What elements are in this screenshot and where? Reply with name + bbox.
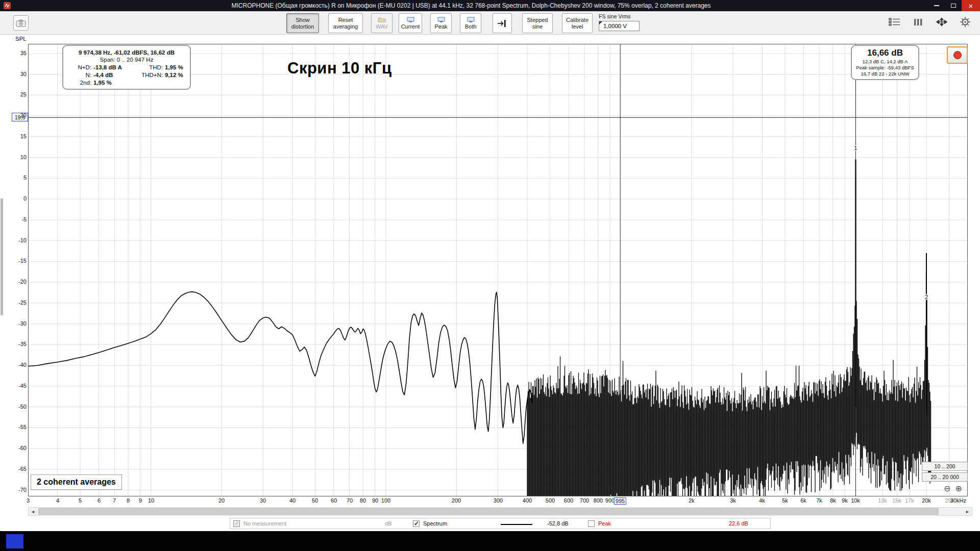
scroll-left-icon[interactable]: ◄ xyxy=(29,508,37,515)
cursor-freq-readout[interactable]: 995 xyxy=(614,497,626,505)
reset-averaging-button[interactable]: Reset averaging xyxy=(328,13,363,33)
minimize-button[interactable] xyxy=(928,0,945,11)
title-bar[interactable]: MICROPHONE (Общая громкость) R on Микроф… xyxy=(0,0,980,11)
show-distortion-label: Show distortion xyxy=(288,17,317,30)
span-readout-line: Span: 0 .. 20 947 Hz xyxy=(68,57,185,63)
peak-label: Peak xyxy=(598,520,611,527)
bars-view-button[interactable] xyxy=(911,15,926,29)
fs-sine-label: FS sine Vrms xyxy=(599,13,640,19)
chart-title: Скрин 10 кГц xyxy=(287,59,391,78)
x-tick-label: 3k xyxy=(730,497,736,504)
thd-label: THD: xyxy=(136,64,163,70)
y-tick-label: -50 xyxy=(8,404,27,410)
spectrum-checkbox[interactable] xyxy=(413,520,420,527)
x-tick-label: 50 xyxy=(312,497,318,504)
x-tick-label: 10 xyxy=(148,497,154,504)
x-tick-label: 500 xyxy=(546,497,555,504)
y-tick-label: -55 xyxy=(8,424,27,430)
snapshot-button[interactable] xyxy=(13,15,29,31)
display-icon xyxy=(437,17,445,22)
y-tick-label: -5 xyxy=(8,216,27,222)
stepped-sine-button[interactable]: Stepped sine xyxy=(522,13,553,33)
x-tick-label: 90 xyxy=(372,497,378,504)
x-tick-label: 7 xyxy=(113,497,116,504)
show-distortion-button[interactable]: Show distortion xyxy=(286,13,319,33)
y-tick-label: -10 xyxy=(8,237,27,243)
wav-button: WAV xyxy=(371,13,393,33)
taskbar xyxy=(0,531,980,551)
x-tick-label: 9 xyxy=(139,497,142,504)
peak-checkbox[interactable] xyxy=(588,520,595,527)
y-tick-label: -70 xyxy=(8,487,27,493)
x-tick-label: 60 xyxy=(331,497,337,504)
stepped-sine-label: Stepped sine xyxy=(524,17,551,30)
cursor-readout-line: 9 974,38 Hz, -61,02 dBFS, 16,62 dB xyxy=(68,49,185,56)
peak-button[interactable]: Peak xyxy=(430,13,452,33)
settings-button[interactable] xyxy=(958,15,973,29)
current-button[interactable]: Current xyxy=(399,13,422,33)
vertical-scrollbar-thumb[interactable] xyxy=(1,198,3,315)
horizontal-scrollbar[interactable]: ◄ ► xyxy=(28,507,972,516)
y-tick-label: 10 xyxy=(8,154,27,160)
fs-sine-input[interactable]: 1,0000 V xyxy=(599,21,640,31)
range-button-10-200[interactable]: 10 .. 200 xyxy=(922,462,968,471)
x-tick-label: 7k xyxy=(816,497,822,504)
n-value: -4,4 dB xyxy=(93,72,136,78)
x-tick-label: 100 xyxy=(381,497,390,504)
averages-overlay: 2 coherent averages xyxy=(31,474,122,490)
bars-icon xyxy=(913,17,923,27)
gear-icon xyxy=(960,17,970,27)
no-measurement-checkbox[interactable] xyxy=(233,520,240,527)
level-weighted-value: 12,3 dB C, 14,2 dB A xyxy=(853,59,917,64)
y-tick-label: 35 xyxy=(8,50,27,56)
x-tick-label: 800 xyxy=(594,497,603,504)
x-tick-label: 20k xyxy=(922,497,931,504)
x-zoom-out-icon[interactable]: ⊖ xyxy=(944,484,950,493)
cursor-level-readout[interactable]: 19,6 xyxy=(12,113,28,121)
thdn-value: 9,12 % xyxy=(165,72,185,78)
x-zoom-in-icon[interactable]: ⊕ xyxy=(955,484,962,493)
level-peak-sample: Peak sample: -59,43 dBFS xyxy=(853,65,917,70)
x-tick-label: 8k xyxy=(830,497,836,504)
n-label: N: xyxy=(68,72,91,78)
x-tick-label: 13k xyxy=(878,497,887,504)
loop-button[interactable] xyxy=(493,13,512,33)
y-tick-label: -45 xyxy=(8,383,27,389)
y-tick-label: -35 xyxy=(8,341,27,347)
range-button-20-20000[interactable]: 20 .. 20 000 xyxy=(922,472,968,482)
scroll-right-icon[interactable]: ► xyxy=(963,508,972,515)
peak-value: 22,6 dB xyxy=(729,520,748,527)
folder-icon xyxy=(378,17,386,22)
x-tick-label: 900 xyxy=(605,497,615,504)
spectrum-value: -52,8 dB xyxy=(547,520,569,527)
minimize-icon xyxy=(934,5,939,6)
thd-value: 1,95 % xyxy=(165,64,185,70)
thdn-label: THD+N: xyxy=(136,72,163,78)
maximize-button[interactable] xyxy=(945,0,962,11)
both-label: Both xyxy=(465,23,477,30)
x-tick-label: 400 xyxy=(523,497,532,504)
x-tick-label: 30kHz xyxy=(950,497,966,504)
scrollbar-thumb[interactable] xyxy=(38,508,939,515)
current-label: Current xyxy=(401,23,420,30)
app-icon xyxy=(4,2,11,9)
x-tick-label: 8 xyxy=(127,497,130,504)
pan-zoom-button[interactable] xyxy=(934,15,949,29)
both-button[interactable]: Both xyxy=(460,13,481,33)
close-button[interactable]: × xyxy=(962,0,980,11)
db-unit-label: dB xyxy=(385,520,391,527)
pan-arrows-icon xyxy=(935,17,949,27)
spectrum-plot[interactable]: 12 xyxy=(28,44,968,496)
x-tick-label: 25k xyxy=(945,497,954,504)
field-corner-marker xyxy=(599,21,602,24)
record-button[interactable] xyxy=(947,46,968,64)
x-tick-label: 6k xyxy=(800,497,806,504)
level-main-value: 16,66 dB xyxy=(853,48,917,58)
overlay-list-button[interactable] xyxy=(887,15,902,29)
calibrate-level-button[interactable]: Calibrate level xyxy=(562,13,593,33)
x-tick-label: 600 xyxy=(564,497,573,504)
y-tick-label: -60 xyxy=(8,445,27,451)
x-tick-label: 2k xyxy=(689,497,695,504)
loop-arrow-icon xyxy=(497,19,508,28)
taskbar-icon-blue[interactable] xyxy=(6,534,23,548)
